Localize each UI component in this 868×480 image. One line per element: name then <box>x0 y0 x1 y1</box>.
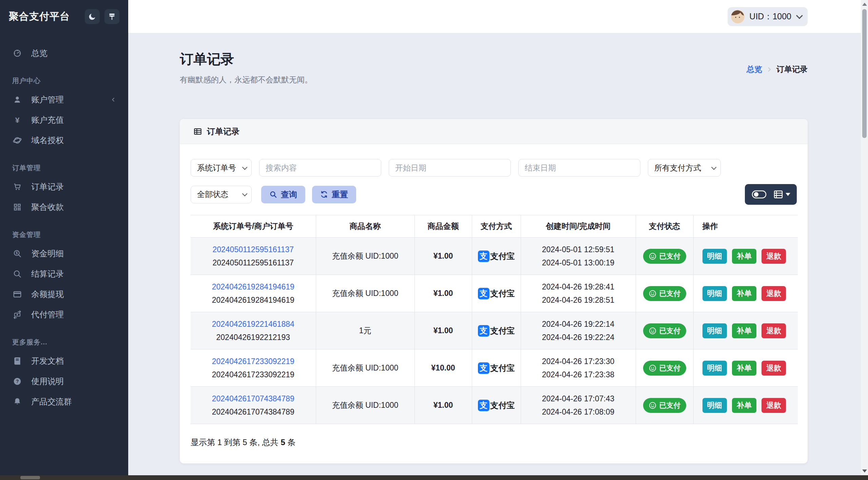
sidebar-item-fund-details[interactable]: $资金明细 <box>0 243 128 264</box>
avatar <box>731 10 745 23</box>
order-number-link[interactable]: 2024042619284194619 <box>212 282 294 291</box>
pay-method-select[interactable]: 所有支付方式 <box>648 159 721 177</box>
created-time: 2024-04-26 17:07:43 <box>521 392 636 405</box>
refund-button[interactable]: 退款 <box>761 361 786 376</box>
merchant-order-number: 2024050112595161137 <box>191 256 316 269</box>
content: 订单记录 有幽默感的人，永远都不会默默无闻。 总览 订单记录 订单记录 <box>128 33 868 475</box>
sidebar-section-more-services: 更多服务... <box>0 338 128 347</box>
theme-button[interactable] <box>104 9 119 24</box>
sidebar-section-order-management: 订单管理 <box>0 163 128 173</box>
detail-button[interactable]: 明细 <box>702 361 727 376</box>
money-transfer-icon <box>12 310 22 319</box>
supplement-button[interactable]: 补单 <box>732 249 756 264</box>
horizontal-scrollbar[interactable] <box>0 475 868 480</box>
vertical-scrollbar[interactable] <box>861 0 868 475</box>
detail-button[interactable]: 明细 <box>702 323 727 338</box>
sidebar-item-dev-docs[interactable]: 开发文档 <box>0 351 128 371</box>
breadcrumb: 总览 订单记录 <box>747 64 808 75</box>
sidebar-section-fund-management: 资金管理 <box>0 230 128 239</box>
alipay-icon: 支 <box>478 325 489 337</box>
sidebar-item-product-group[interactable]: 产品交流群 <box>0 392 128 412</box>
scroll-down-arrow[interactable] <box>862 469 867 473</box>
sidebar-item-settlement-records[interactable]: 结算记录 <box>0 264 128 284</box>
sidebar-item-label: 总览 <box>31 48 116 59</box>
sidebar-item-usage-guide[interactable]: ?使用说明 <box>0 371 128 392</box>
refund-button[interactable]: 退款 <box>761 398 786 413</box>
search-input[interactable] <box>259 159 381 177</box>
scroll-up-arrow[interactable] <box>862 3 867 6</box>
pay-method: 支 支付宝 <box>478 400 515 411</box>
reset-label: 重置 <box>332 189 348 200</box>
chevron-left-icon <box>111 97 116 102</box>
supplement-button[interactable]: 补单 <box>732 286 756 301</box>
columns-menu-button[interactable] <box>773 189 790 199</box>
status-label: 已支付 <box>659 289 681 298</box>
sidebar-item-balance-withdrawal[interactable]: 余额提现 <box>0 284 128 304</box>
merchant-order-number: 2024042617233092219 <box>191 368 316 381</box>
supplement-button[interactable]: 补单 <box>732 361 756 376</box>
question-icon: ? <box>12 377 22 386</box>
refund-button[interactable]: 退款 <box>761 286 786 301</box>
horizontal-scrollbar-thumb[interactable] <box>20 476 40 479</box>
order-number-link[interactable]: 2024042617233092219 <box>212 357 294 366</box>
sidebar-item-domain-authorization[interactable]: 域名授权 <box>0 130 128 151</box>
search-icon <box>269 191 277 198</box>
product-name: 1元 <box>316 312 414 349</box>
table-row: 2024042619221461884 20240426192212193 1元… <box>191 312 798 349</box>
product-amount: ¥1.00 <box>414 275 472 312</box>
table-row: 2024042617233092219 2024042617233092219 … <box>191 349 798 387</box>
breadcrumb-current: 订单记录 <box>776 64 808 75</box>
pay-method-name: 支付宝 <box>490 363 515 374</box>
vertical-scrollbar-thumb[interactable] <box>862 9 867 138</box>
sidebar-item-order-records[interactable]: 订单记录 <box>0 177 128 197</box>
order-number-link[interactable]: 2024042619221461884 <box>212 320 294 328</box>
card-view-toggle[interactable] <box>752 189 767 199</box>
sidebar-item-account-management[interactable]: 账户管理 <box>0 89 128 110</box>
created-time: 2024-04-26 19:22:14 <box>521 318 636 331</box>
end-date-input[interactable] <box>518 159 640 177</box>
sidebar-item-overview[interactable]: 总览 <box>0 43 128 63</box>
refund-button[interactable]: 退款 <box>761 249 786 264</box>
detail-button[interactable]: 明细 <box>702 398 727 413</box>
product-amount: ¥1.00 <box>414 238 472 275</box>
detail-button[interactable]: 明细 <box>702 286 727 301</box>
sidebar-section-user-center: 用户中心 <box>0 76 128 85</box>
col-order-no: 系统订单号/商户订单号 <box>191 215 316 238</box>
order-number-link[interactable]: 2024042617074384789 <box>212 394 294 403</box>
pay-method: 支 支付宝 <box>478 325 515 337</box>
pagination-summary: 显示第 1 到第 5 条, 总共 5 条 <box>191 437 797 448</box>
detail-button[interactable]: 明细 <box>702 249 727 264</box>
user-menu[interactable]: UID：1000 <box>728 7 808 26</box>
sidebar-item-label: 结算记录 <box>31 268 116 279</box>
sidebar-item-label: 账户管理 <box>31 94 102 105</box>
dark-mode-button[interactable] <box>85 9 100 24</box>
status-label: 已支付 <box>659 252 681 261</box>
product-amount: ¥1.00 <box>414 312 472 349</box>
order-records-card: 订单记录 系统订单号 所有支付方式 <box>180 119 808 463</box>
table-header-row: 系统订单号/商户订单号 商品名称 商品金额 支付方式 创建时间/完成时间 支付状… <box>191 215 798 238</box>
created-time: 2024-04-26 17:23:30 <box>521 355 636 368</box>
sidebar-item-aggregate-collection[interactable]: 聚合收款 <box>0 197 128 217</box>
table-row: 2024042619284194619 2024042619284194619 … <box>191 275 798 312</box>
order-type-select[interactable]: 系统订单号 <box>191 159 252 177</box>
main-area: UID：1000 订单记录 有幽默感的人，永远都不会默默无闻。 总览 订单记录 <box>128 0 868 480</box>
pay-method: 支 支付宝 <box>478 288 515 299</box>
status-select[interactable]: 全部状态 <box>191 186 252 203</box>
start-date-input[interactable] <box>389 159 511 177</box>
supplement-button[interactable]: 补单 <box>732 398 756 413</box>
supplement-button[interactable]: 补单 <box>732 323 756 338</box>
query-button[interactable]: 查询 <box>261 186 305 203</box>
refund-button[interactable]: 退款 <box>761 323 786 338</box>
sidebar-item-label: 余额提现 <box>31 289 116 300</box>
sidebar-item-payout-management[interactable]: 代付管理 <box>0 304 128 325</box>
reset-button[interactable]: 重置 <box>312 186 356 203</box>
sidebar-item-account-recharge[interactable]: ¥账户充值 <box>0 110 128 130</box>
breadcrumb-parent-link[interactable]: 总览 <box>747 64 762 75</box>
order-number-link[interactable]: 2024050112595161137 <box>212 245 294 254</box>
table-row: 2024050112595161137 2024050112595161137 … <box>191 238 798 275</box>
col-time: 创建时间/完成时间 <box>521 215 636 238</box>
svg-text:$: $ <box>16 251 18 255</box>
chevron-down-icon <box>711 164 717 170</box>
cart-icon <box>12 182 22 191</box>
product-amount: ¥1.00 <box>414 387 472 424</box>
